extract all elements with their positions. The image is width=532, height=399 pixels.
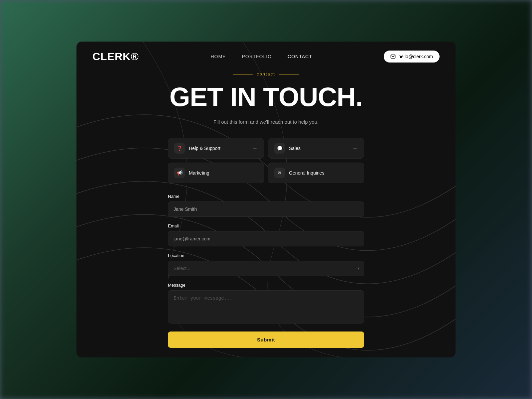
location-group: Location Select... United States United … [168,253,364,276]
category-general-label: General Inquiries [289,170,325,176]
general-icon: ✉ [274,168,285,178]
label-line-right [279,74,299,74]
main-title: GET IN TOUCH. [169,82,362,112]
location-label: Location [168,253,364,258]
nav-contact[interactable]: CONTACT [288,54,312,59]
category-marketing-label: Marketing [189,170,209,176]
section-label: contact [233,71,299,76]
section-label-text: contact [257,71,275,76]
email-button[interactable]: hello@clerk.com [384,51,440,63]
submit-button[interactable]: Submit [168,332,364,348]
message-textarea[interactable] [168,290,364,324]
location-select[interactable]: Select... United States United Kingdom E… [168,261,364,276]
email-input[interactable] [168,231,364,246]
general-arrow-icon: → [352,170,358,176]
name-group: Name [168,194,364,217]
subtitle: Fill out this form and we'll reach out t… [213,119,319,125]
email-icon [390,54,396,59]
nav-home[interactable]: HOME [210,54,226,59]
help-arrow-icon: → [252,145,258,151]
sales-icon: 💬 [274,143,285,154]
marketing-icon: 📢 [174,168,185,178]
category-help-support[interactable]: ❓ Help & Support → [168,138,264,159]
location-select-wrapper: Select... United States United Kingdom E… [168,261,364,276]
email-button-text: hello@clerk.com [398,54,433,59]
main-window: CLERK® HOME PORTFOLIO CONTACT hello@cler… [76,42,456,357]
categories-grid: ❓ Help & Support → 💬 Sales → 📢 Marketing… [168,138,364,183]
navbar: CLERK® HOME PORTFOLIO CONTACT hello@cler… [76,42,456,71]
help-icon: ❓ [174,143,185,154]
category-marketing[interactable]: 📢 Marketing → [168,163,264,183]
label-line-left [233,74,253,74]
contact-form: Name Email Location Select... United Sta… [168,194,364,348]
category-sales-label: Sales [289,146,301,151]
sales-arrow-icon: → [352,145,358,151]
category-help-label: Help & Support [189,146,220,151]
category-sales[interactable]: 💬 Sales → [268,138,364,159]
main-content: contact GET IN TOUCH. Fill out this form… [76,71,456,357]
category-general[interactable]: ✉ General Inquiries → [268,163,364,183]
marketing-arrow-icon: → [252,170,258,176]
message-label: Message [168,283,364,288]
name-label: Name [168,194,364,199]
svg-rect-0 [391,55,395,59]
message-group: Message [168,283,364,325]
email-group: Email [168,223,364,246]
email-label: Email [168,223,364,228]
nav-portfolio[interactable]: PORTFOLIO [242,54,272,59]
name-input[interactable] [168,201,364,217]
logo: CLERK® [92,51,139,63]
nav-links: HOME PORTFOLIO CONTACT [210,54,312,59]
